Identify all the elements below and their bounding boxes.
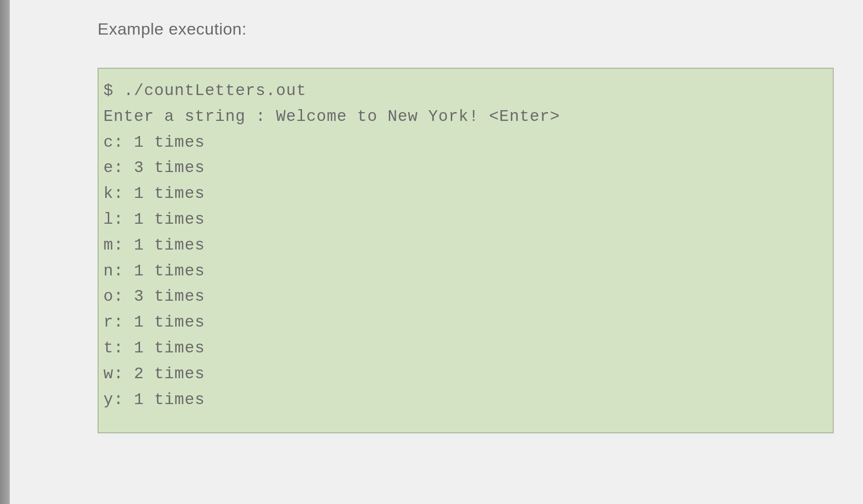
code-output-line: w: 2 times: [103, 362, 828, 388]
code-prompt-line: Enter a string : Welcome to New York! <E…: [103, 104, 828, 130]
code-example-block: $ ./countLetters.out Enter a string : We…: [98, 68, 834, 433]
page-left-edge: [0, 0, 10, 504]
code-command-line: $ ./countLetters.out: [103, 78, 828, 104]
code-output-line: e: 3 times: [103, 155, 828, 181]
code-output-line: y: 1 times: [103, 388, 828, 413]
code-output-line: l: 1 times: [103, 207, 828, 233]
code-output-line: c: 1 times: [103, 130, 828, 156]
code-output-line: k: 1 times: [103, 181, 828, 207]
code-output-line: r: 1 times: [103, 310, 828, 336]
code-output-line: n: 1 times: [103, 259, 828, 285]
section-heading: Example execution:: [98, 19, 863, 39]
code-output-line: t: 1 times: [103, 336, 828, 362]
code-output-line: m: 1 times: [103, 233, 828, 259]
code-output-line: o: 3 times: [103, 284, 828, 310]
document-page: Example execution: $ ./countLetters.out …: [10, 0, 863, 504]
